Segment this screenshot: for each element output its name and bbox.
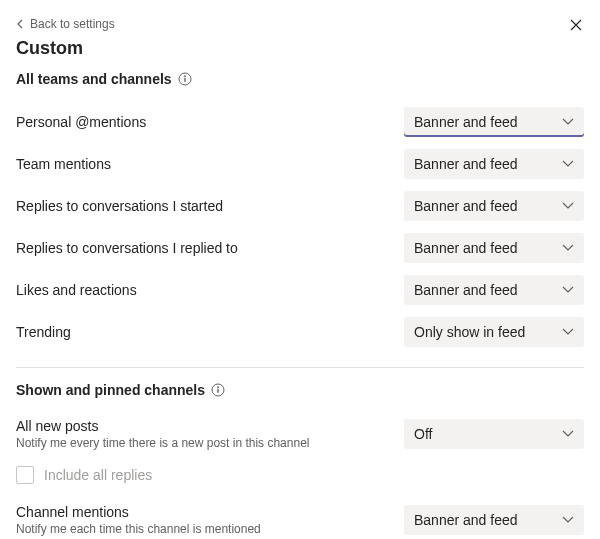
chevron-left-icon [16,19,24,29]
close-icon [570,19,582,31]
setting-label: Likes and reactions [16,282,396,298]
setting-row: Replies to conversations I replied toBan… [16,227,584,269]
include-replies-label: Include all replies [44,467,152,483]
all-new-posts-select[interactable]: Off [404,419,584,449]
chevron-down-icon [562,516,574,524]
section-all-teams-header: All teams and channels [16,71,584,87]
setting-value: Banner and feed [414,156,518,172]
setting-select[interactable]: Banner and feed [404,191,584,221]
section-shown-pinned-title: Shown and pinned channels [16,382,205,398]
setting-row: Likes and reactionsBanner and feed [16,269,584,311]
setting-row: Personal @mentionsBanner and feed [16,101,584,143]
chevron-down-icon [562,286,574,294]
svg-point-4 [217,386,219,388]
chevron-down-icon [562,118,574,126]
all-new-posts-label: All new posts [16,418,396,434]
channel-mentions-row: Channel mentions Notify me each time thi… [16,498,584,539]
setting-select[interactable]: Banner and feed [404,149,584,179]
page-title: Custom [16,38,584,59]
setting-value: Only show in feed [414,324,525,340]
setting-select[interactable]: Banner and feed [404,275,584,305]
all-new-posts-row: All new posts Notify me every time there… [16,412,584,456]
close-button[interactable] [568,16,584,36]
channel-mentions-label: Channel mentions [16,504,396,520]
back-to-settings-link[interactable]: Back to settings [16,17,115,31]
setting-label: Replies to conversations I started [16,198,396,214]
setting-label: Personal @mentions [16,114,396,130]
svg-point-1 [184,75,186,77]
channel-mentions-select[interactable]: Banner and feed [404,505,584,535]
setting-value: Banner and feed [414,282,518,298]
chevron-down-icon [562,328,574,336]
info-icon[interactable] [178,72,192,86]
include-replies-checkbox[interactable] [16,466,34,484]
setting-row: TrendingOnly show in feed [16,311,584,353]
setting-row: Team mentionsBanner and feed [16,143,584,185]
divider [16,367,584,368]
chevron-down-icon [562,160,574,168]
info-icon[interactable] [211,383,225,397]
chevron-down-icon [562,430,574,438]
all-new-posts-desc: Notify me every time there is a new post… [16,436,396,450]
setting-label: Team mentions [16,156,396,172]
setting-select[interactable]: Banner and feed [404,233,584,263]
chevron-down-icon [562,244,574,252]
svg-rect-2 [184,78,185,82]
setting-label: Replies to conversations I replied to [16,240,396,256]
chevron-down-icon [562,202,574,210]
setting-label: Trending [16,324,396,340]
all-new-posts-value: Off [414,426,432,442]
section-all-teams-title: All teams and channels [16,71,172,87]
section-shown-pinned-header: Shown and pinned channels [16,382,584,398]
setting-select[interactable]: Only show in feed [404,317,584,347]
channel-mentions-desc: Notify me each time this channel is ment… [16,522,396,536]
channel-mentions-value: Banner and feed [414,512,518,528]
setting-value: Banner and feed [414,240,518,256]
back-link-label: Back to settings [30,17,115,31]
setting-select[interactable]: Banner and feed [404,107,584,137]
svg-rect-5 [217,389,218,393]
setting-value: Banner and feed [414,114,518,130]
setting-value: Banner and feed [414,198,518,214]
setting-row: Replies to conversations I startedBanner… [16,185,584,227]
include-replies-row[interactable]: Include all replies [16,456,584,490]
